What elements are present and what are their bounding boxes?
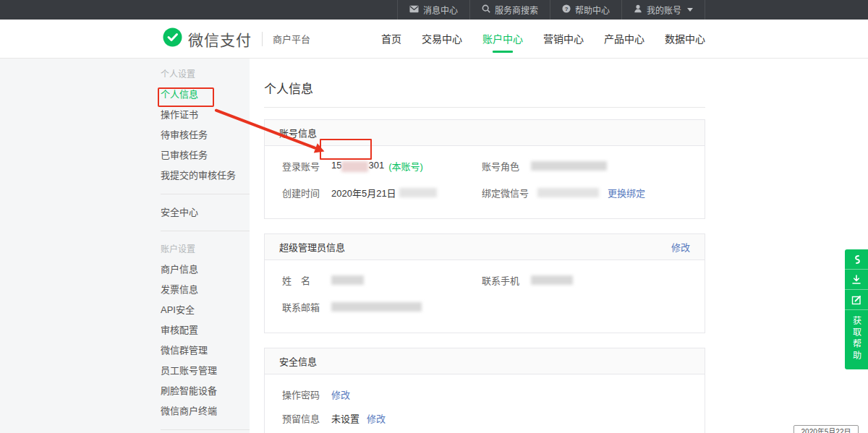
- topbar-item-messages[interactable]: 消息中心: [397, 0, 469, 20]
- created-time-label: 创建时间: [282, 186, 323, 200]
- nav-account-center[interactable]: 账户中心: [482, 20, 523, 58]
- wechat-pay-logo[interactable]: 微信支付: [163, 27, 252, 50]
- sidebar: 个人设置 个人信息 操作证书 待审核任务 已审核任务 我提交的审核任务 安全中心…: [0, 59, 250, 433]
- current-account-note: (本账号): [388, 159, 423, 173]
- edit-icon[interactable]: [845, 290, 868, 310]
- sidebar-item-merchant-terminal[interactable]: 微信商户终端: [161, 401, 250, 421]
- header-divider: [262, 32, 263, 46]
- sidebar-item-staff-account-mgmt[interactable]: 员工账号管理: [161, 361, 250, 381]
- rebind-link[interactable]: 更换绑定: [608, 186, 645, 200]
- nav-home[interactable]: 首页: [381, 20, 401, 58]
- admin-phone-field: 联系手机: [482, 273, 687, 287]
- login-account-field: 登录账号 15301 (本账号): [282, 159, 482, 173]
- sidebar-divider: [161, 429, 250, 430]
- admin-phone-label: 联系手机: [482, 273, 522, 287]
- sidebar-item-pending-review-tasks[interactable]: 待审核任务: [161, 125, 250, 145]
- account-role-field: 账号角色: [482, 159, 687, 173]
- super-admin-card-title: 超级管理员信息: [279, 240, 345, 254]
- sidebar-item-personal-info[interactable]: 个人信息: [161, 85, 250, 105]
- nav-product-center[interactable]: 产品中心: [604, 20, 644, 58]
- redacted-wechat-id: [537, 188, 599, 197]
- topbar-item-help-center[interactable]: ? 帮助中心: [550, 0, 621, 20]
- get-help-button[interactable]: 获取帮助: [845, 310, 868, 369]
- sidebar-item-reviewed-tasks[interactable]: 已审核任务: [161, 145, 250, 166]
- link-icon[interactable]: [845, 249, 868, 270]
- redacted-admin-email: [331, 302, 422, 312]
- redacted-login-middle: [341, 161, 368, 172]
- reserved-info-field: 预留信息 未设置 修改: [282, 411, 687, 425]
- login-account-label: 登录账号: [282, 159, 323, 173]
- password-edit-link[interactable]: 修改: [331, 387, 350, 401]
- security-info-card: 安全信息 操作密码 修改 预留信息 未设置 修改: [264, 348, 705, 433]
- topbar-item-provider-search[interactable]: 服务商搜索: [469, 0, 550, 20]
- topbar: 消息中心 服务商搜索 ? 帮助中心 我的账号: [0, 0, 868, 20]
- admin-name-label: 姓 名: [282, 273, 323, 287]
- wechat-bubble-icon: [163, 27, 182, 50]
- sidebar-item-operation-certificate[interactable]: 操作证书: [161, 105, 250, 125]
- svg-text:?: ?: [565, 6, 569, 12]
- mail-icon: [409, 5, 419, 15]
- account-card-title: 账号信息: [279, 126, 317, 140]
- sidebar-item-wechat-group-mgmt[interactable]: 微信群管理: [161, 340, 250, 361]
- sidebar-group-personal-settings: 个人设置: [161, 64, 250, 85]
- reserved-info-status: 未设置: [331, 411, 359, 425]
- super-admin-card: 超级管理员信息 修改 姓 名 联系手机: [264, 233, 705, 333]
- topbar-item-label: 服务商搜索: [495, 4, 538, 16]
- sidebar-item-face-device[interactable]: 刷脸智能设备: [161, 381, 250, 401]
- topbar-item-label: 我的账号: [647, 4, 681, 16]
- nav-data-center[interactable]: 数据中心: [665, 20, 705, 58]
- sidebar-item-invoice-info[interactable]: 发票信息: [161, 280, 250, 300]
- redacted-created-time: [399, 188, 437, 197]
- main-nav: 首页 交易中心 账户中心 营销中心 产品中心 数据中心: [381, 20, 705, 58]
- account-info-card: 账号信息 登录账号 15301 (本账号): [264, 119, 705, 219]
- reserved-info-label: 预留信息: [282, 411, 323, 425]
- security-card-title: 安全信息: [279, 354, 317, 368]
- account-role-label: 账号角色: [482, 159, 522, 173]
- redacted-account-role: [531, 161, 607, 171]
- sidebar-divider: [161, 194, 250, 194]
- date-tooltip: 2020年5月22日: [793, 425, 859, 433]
- operation-password-field: 操作密码 修改: [282, 387, 687, 401]
- operation-password-label: 操作密码: [282, 387, 323, 401]
- get-help-label: 获取帮助: [851, 316, 863, 362]
- created-time-field: 创建时间 2020年5月21日: [282, 186, 482, 200]
- nav-transaction-center[interactable]: 交易中心: [422, 20, 462, 58]
- page: 消息中心 服务商搜索 ? 帮助中心 我的账号: [0, 0, 868, 433]
- topbar-item-label: 消息中心: [423, 4, 458, 16]
- topbar-item-my-account[interactable]: 我的账号: [621, 0, 705, 20]
- nav-marketing-center[interactable]: 营销中心: [543, 20, 584, 58]
- redacted-admin-phone: [531, 275, 573, 285]
- sidebar-divider: [161, 231, 250, 231]
- bound-wechat-label: 绑定微信号: [482, 186, 529, 200]
- login-account-value: 15301: [331, 160, 384, 171]
- reserved-edit-link[interactable]: 修改: [367, 411, 386, 425]
- admin-name-field: 姓 名: [282, 273, 482, 287]
- page-title: 个人信息: [264, 73, 705, 107]
- download-icon[interactable]: [845, 270, 868, 290]
- main-content: 个人信息 账号信息 登录账号 15301: [250, 59, 868, 433]
- bound-wechat-field: 绑定微信号 更换绑定: [482, 186, 687, 200]
- created-time-value: 2020年5月21日: [331, 186, 396, 200]
- sidebar-item-security-center[interactable]: 安全中心: [161, 202, 250, 223]
- admin-edit-link[interactable]: 修改: [671, 240, 690, 254]
- redacted-admin-name: [331, 275, 364, 285]
- question-icon: ?: [562, 4, 571, 15]
- portal-name: 商户平台: [273, 32, 310, 46]
- sidebar-item-review-config[interactable]: 审核配置: [161, 320, 250, 340]
- user-icon: [634, 4, 642, 15]
- title-divider: [264, 107, 705, 108]
- sidebar-item-my-submitted-tasks[interactable]: 我提交的审核任务: [161, 166, 250, 186]
- admin-email-label: 联系邮箱: [282, 300, 323, 314]
- sidebar-item-merchant-info[interactable]: 商户信息: [161, 260, 250, 280]
- brand-name: 微信支付: [188, 28, 252, 50]
- topbar-item-label: 帮助中心: [575, 4, 610, 16]
- sidebar-group-account-settings: 账户设置: [161, 239, 250, 260]
- chevron-down-icon: [687, 8, 693, 12]
- header: 微信支付 商户平台 首页 交易中心 账户中心 营销中心 产品中心 数据中心: [0, 20, 868, 59]
- search-icon: [482, 4, 490, 15]
- sidebar-item-api-security[interactable]: API安全: [161, 300, 250, 320]
- floating-help-widget: 获取帮助: [845, 249, 868, 369]
- admin-email-field: 联系邮箱: [282, 300, 482, 314]
